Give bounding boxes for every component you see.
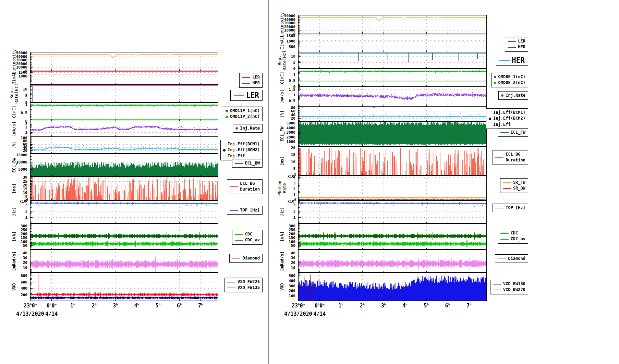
y-axis-label-top-rate: [Hz] xyxy=(280,207,285,217)
sup: h xyxy=(341,303,343,306)
legend-beams: LERHER xyxy=(239,73,263,88)
subplot-inj-eff xyxy=(298,106,487,122)
subplot-vxd xyxy=(30,272,218,301)
legend-entry: HER xyxy=(499,56,525,64)
dot-marker-icon xyxy=(223,149,226,151)
legend-label: TOP [Hz] xyxy=(506,205,525,211)
x-tick-label: 3h xyxy=(381,303,386,308)
subplot-beam-current xyxy=(30,71,218,84)
legend-entry: SR_BW xyxy=(503,185,525,191)
line-marker-icon xyxy=(503,188,511,189)
line-marker-icon xyxy=(500,132,509,133)
legend-label: QMD8E_2(nC) xyxy=(498,80,525,86)
legend-entry: VXD_BW180 xyxy=(493,281,525,287)
legend-charge: QMD8E_1(nC)QMD8E_2(nC) xyxy=(491,73,528,87)
sup: h xyxy=(159,303,160,306)
x-tick-label: 23h0m xyxy=(24,303,37,308)
line-marker-icon xyxy=(508,47,516,48)
subplot-inj-eff xyxy=(30,137,218,154)
legend-entry: CDC_av xyxy=(500,236,525,242)
x-tick-label: 2h xyxy=(92,303,96,308)
legend-label: ECL BG Duration xyxy=(240,181,260,193)
legend-ring: LER xyxy=(230,90,263,101)
subplot-inj-rate xyxy=(30,121,218,137)
line-marker-icon xyxy=(232,258,240,259)
legend-vxd: VXD_FW225VXD_FW135 xyxy=(224,278,263,292)
x-tick-label: 4h xyxy=(402,303,407,308)
legend-label: Diamond xyxy=(508,256,525,262)
y-axis-label-beam-current: I[mA] xyxy=(12,71,17,84)
legend-entry: VXD_BW270 xyxy=(493,287,525,293)
x-tick-label: 23h0m xyxy=(292,303,305,308)
legend-inj-eff: Inj.Eff(BCM1) Inj.Eff(BCM2) Inj.Eff xyxy=(220,140,263,160)
x-date-label: 4/14 xyxy=(313,312,326,317)
window-divider xyxy=(530,0,530,364)
sup: m xyxy=(35,303,37,306)
line-marker-icon xyxy=(227,288,235,288)
line-marker-icon xyxy=(493,290,501,290)
legend-entry: ECL BG Duration xyxy=(495,151,525,163)
legend-entry: QMD11P_1(nC) xyxy=(226,108,260,114)
sup: h xyxy=(470,303,471,306)
line-marker-icon xyxy=(230,186,238,187)
dot-marker-icon xyxy=(235,127,238,130)
y-axis-label-vxd: VXD xyxy=(12,283,17,291)
line-marker-icon xyxy=(230,210,238,211)
sup: h xyxy=(50,303,51,306)
legend-entry: HER xyxy=(508,44,525,50)
panel-her-window: 50000400003000020000100000Luminosity1500… xyxy=(269,0,530,364)
subplot-diamond xyxy=(298,250,487,272)
subplot-inj-rate xyxy=(298,87,487,106)
y-axis-label-photon-rate: PhotonRate xyxy=(278,181,287,195)
axis-scale-note: x105 xyxy=(269,174,296,178)
y-tick-label: 250 xyxy=(0,228,27,232)
y-axis-label-beam-current: I[mA] xyxy=(280,37,285,49)
panel-ler-window: 50000400003000020000100000Luminosity1500… xyxy=(0,0,268,364)
subplot-diamond xyxy=(30,250,218,272)
subplot-beam-current xyxy=(298,34,487,52)
legend-label: LER xyxy=(252,74,260,80)
legend-ecl-fw: ECL_FW xyxy=(498,128,528,137)
line-marker-icon xyxy=(500,239,509,240)
legend-label: LER xyxy=(518,38,525,44)
subplot-luminosity xyxy=(298,15,487,34)
subplot-vxd xyxy=(298,272,487,301)
x-tick-label: 7h xyxy=(198,303,203,308)
subplot-ecl-bg-duration xyxy=(298,146,487,175)
x-tick-label: 1h xyxy=(70,303,75,308)
legend-inj-rate: Inj.Rate xyxy=(498,91,528,100)
sup: 6 xyxy=(294,198,296,202)
y-axis-label-ecl-bg-duration: [ms] xyxy=(280,156,285,166)
legend-label: HER xyxy=(518,44,525,50)
y-tick-label: 15000 xyxy=(0,153,27,157)
line-marker-icon xyxy=(235,234,243,235)
line-marker-icon xyxy=(508,41,516,42)
legend-entry: TOP [Hz] xyxy=(230,207,260,213)
legend-label: SR_FW xyxy=(513,180,525,185)
x-date-label: 4/13/2020 xyxy=(16,312,44,317)
subplot-cdc xyxy=(30,223,218,250)
y-axis-label-diamond: [mRad/s] xyxy=(12,251,17,271)
sup: h xyxy=(384,303,386,306)
legend-label: Inj.Rate xyxy=(240,125,260,131)
y-tick-label: 20 xyxy=(0,148,27,152)
legend-inj-eff: Inj.Eff(BCM1) Inj.Eff(BCM2) Inj.Eff xyxy=(486,108,528,129)
y-axis-label-rep-rate: Rep.Rate[Hz] xyxy=(10,84,19,104)
subplot-charge xyxy=(298,69,487,87)
y-tick-label: 50 xyxy=(0,244,27,247)
y-axis-label-rep-rate: Rep.Rate[Hz] xyxy=(278,50,287,70)
legend-diamond: Diamond xyxy=(229,254,263,263)
legend-label: Inj.Rate xyxy=(506,93,525,98)
legend-cdc: CDCCDC_av xyxy=(232,230,263,245)
legend-entry: CDC_av xyxy=(235,237,260,243)
legend-label: LER xyxy=(246,91,259,99)
x-date-label: 4/14 xyxy=(45,312,58,317)
y-tick-label: 20 xyxy=(269,146,295,150)
sup: h xyxy=(137,303,139,306)
legend-label: VXD_FW225 xyxy=(238,279,260,285)
subplot-charge xyxy=(30,102,218,121)
sup: 6 xyxy=(26,198,28,202)
legend-top: TOP [Hz] xyxy=(493,204,528,212)
beam-monitor-dashboard: 50000400003000020000100000Luminosity1500… xyxy=(0,0,619,364)
y-tick-label: 5 xyxy=(0,195,27,198)
